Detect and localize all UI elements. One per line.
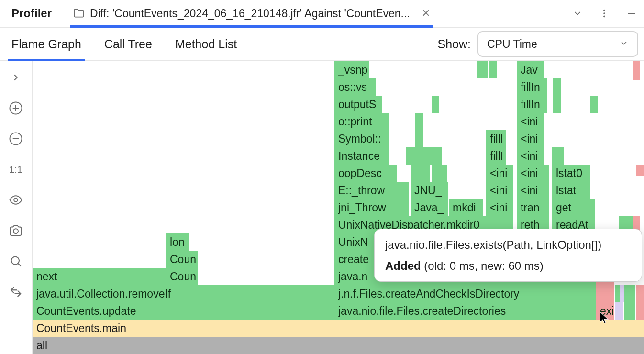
minimize-icon[interactable]	[626, 8, 637, 19]
svg-point-1	[603, 12, 605, 14]
flame-frame[interactable]	[434, 147, 442, 165]
show-label: Show:	[438, 37, 471, 51]
flame-frame[interactable]	[615, 302, 623, 320]
flame-frame[interactable]: lstat	[552, 182, 590, 199]
flame-frame[interactable]: <ini	[517, 113, 544, 130]
tab-method-list[interactable]: Method List	[175, 28, 237, 60]
flame-frame[interactable]	[477, 61, 488, 78]
add-icon[interactable]	[7, 100, 24, 117]
flame-frame[interactable]: <ini	[486, 182, 513, 199]
tooltip-added-rest: (old: 0 ms, new: 60 ms)	[421, 259, 544, 272]
flame-frame[interactable]: <ini	[517, 182, 549, 199]
flame-frame[interactable]	[406, 147, 413, 165]
flame-frame[interactable]: _vsnp	[334, 61, 369, 78]
chevron-right-icon[interactable]	[7, 69, 24, 86]
profiler-title: Profiler	[11, 7, 52, 20]
flame-frame[interactable]: mkdi	[449, 199, 483, 216]
svg-point-11	[11, 257, 19, 265]
file-tab[interactable]: Diff: 'CountEvents_2024_06_16_210148.jfr…	[73, 0, 430, 27]
flame-frame[interactable]: outputS	[334, 96, 382, 113]
flame-frame[interactable]	[596, 285, 614, 302]
show-selected-value: CPU Time	[487, 38, 537, 51]
folder-icon	[73, 7, 85, 20]
flame-frame[interactable]: <ini	[486, 199, 513, 216]
svg-point-9	[14, 198, 18, 202]
cursor-icon	[599, 311, 610, 324]
flame-frame[interactable]: Jav	[517, 61, 544, 78]
flame-frame[interactable]: Java_	[411, 199, 448, 216]
tab-flame-graph[interactable]: Flame Graph	[11, 28, 81, 60]
flame-frame[interactable]: fillIn	[517, 96, 547, 113]
flame-frame[interactable]: <ini	[517, 165, 549, 182]
flame-frame[interactable]	[489, 61, 497, 78]
compare-icon[interactable]	[7, 283, 24, 300]
flame-frame[interactable]	[553, 96, 561, 113]
flame-frame[interactable]	[636, 165, 644, 176]
flame-frame[interactable]: o::print	[334, 113, 389, 130]
flame-frame[interactable]	[413, 147, 421, 165]
flame-frame[interactable]: fillIn	[517, 78, 547, 96]
flame-frame[interactable]: next	[33, 268, 166, 285]
chevron-down-icon[interactable]	[572, 8, 583, 19]
flame-frame[interactable]: oopDesc	[334, 165, 397, 182]
svg-point-0	[603, 10, 605, 11]
file-tab-text: Diff: 'CountEvents_2024_06_16_210148.jfr…	[90, 7, 410, 20]
flame-graph-canvas[interactable]: all CountEvents.main CountEvents.update …	[33, 61, 644, 354]
flame-frame[interactable]: Symbol::	[334, 130, 389, 147]
flame-frame[interactable]: lstat0	[552, 165, 590, 182]
flame-frame[interactable]	[590, 96, 598, 113]
remove-icon[interactable]	[7, 130, 24, 147]
flame-frame[interactable]: E::_throw	[334, 182, 409, 199]
show-select[interactable]: CPU Time	[477, 31, 638, 57]
flame-frame[interactable]: Coun	[166, 251, 198, 268]
flame-frame[interactable]: all	[33, 337, 644, 354]
flame-frame[interactable]	[636, 285, 644, 302]
flame-frame[interactable]	[624, 302, 635, 320]
eye-icon[interactable]	[7, 191, 24, 209]
flame-frame[interactable]	[636, 302, 644, 320]
flame-frame[interactable]: lon	[166, 233, 189, 251]
flame-frame[interactable]	[432, 165, 447, 182]
tab-call-tree[interactable]: Call Tree	[104, 28, 152, 60]
flame-frame[interactable]: <ini	[486, 165, 513, 182]
kebab-icon[interactable]	[599, 8, 610, 19]
flame-frame[interactable]: fillI	[486, 147, 506, 165]
side-toolbar: 1:1	[0, 61, 33, 354]
flame-frame[interactable]	[415, 113, 423, 130]
svg-point-10	[13, 229, 18, 233]
svg-line-12	[18, 264, 21, 266]
flame-frame[interactable]: <ini	[517, 130, 544, 147]
flame-frame[interactable]: fillI	[486, 130, 506, 147]
chevron-down-icon	[619, 38, 629, 51]
flame-frame[interactable]: j.n.f.Files.createAndCheckIsDirectory	[334, 285, 596, 302]
flame-frame[interactable]: CountEvents.update	[33, 302, 334, 320]
flame-frame[interactable]	[420, 147, 428, 165]
flame-frame[interactable]	[427, 147, 435, 165]
flame-frame[interactable]: os::vs	[334, 78, 376, 96]
tooltip: java.nio.file.Files.exists(Path, LinkOpt…	[374, 229, 642, 282]
flame-frame[interactable]	[552, 147, 564, 165]
flame-frame[interactable]: java.nio.file.Files.createDirectories	[334, 302, 596, 320]
title-bar: Profiler Diff: 'CountEvents_2024_06_16_2…	[0, 0, 644, 28]
flame-frame[interactable]	[633, 61, 640, 80]
close-icon[interactable]: ✕	[422, 7, 430, 20]
camera-icon[interactable]	[7, 222, 24, 239]
view-tabs-row: Flame Graph Call Tree Method List Show: …	[0, 28, 644, 61]
flame-frame[interactable]: java.util.Collection.removeIf	[33, 285, 334, 302]
flame-frame[interactable]: <ini	[517, 147, 544, 165]
flame-frame[interactable]: Coun	[166, 268, 198, 285]
flame-frame[interactable]: tran	[517, 199, 549, 216]
flame-frame[interactable]	[415, 130, 423, 147]
flame-frame[interactable]: JNU_	[411, 182, 448, 199]
flame-frame[interactable]: get	[552, 199, 595, 216]
flame-frame[interactable]	[432, 96, 439, 113]
flame-frame[interactable]: jni_Throw	[334, 199, 409, 216]
search-icon[interactable]	[7, 253, 24, 270]
reset-zoom-button[interactable]: 1:1	[7, 161, 24, 178]
tooltip-title: java.nio.file.Files.exists(Path, LinkOpt…	[385, 237, 631, 253]
flame-frame[interactable]: Instance	[334, 147, 389, 165]
flame-frame[interactable]	[420, 165, 430, 182]
flame-frame[interactable]	[553, 78, 561, 96]
flame-frame[interactable]: CountEvents.main	[33, 320, 644, 337]
flame-frame[interactable]	[624, 285, 635, 302]
